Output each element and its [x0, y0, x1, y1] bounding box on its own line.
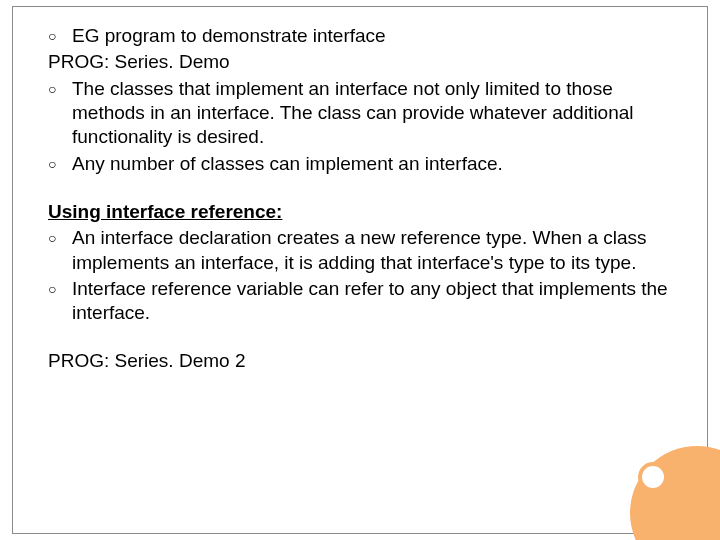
bullet-icon: ○: [48, 24, 72, 48]
bullet-icon: ○: [48, 277, 72, 301]
list-item-text: Any number of classes can implement an i…: [72, 152, 672, 176]
list-item: ○ The classes that implement an interfac…: [48, 77, 672, 150]
list-item: ○ Any number of classes can implement an…: [48, 152, 672, 176]
bullet-icon: ○: [48, 152, 72, 176]
slide: ○ EG program to demonstrate interface PR…: [0, 0, 720, 540]
slide-content: ○ EG program to demonstrate interface PR…: [48, 24, 672, 376]
bullet-icon: ○: [48, 226, 72, 250]
list-item-text: An interface declaration creates a new r…: [72, 226, 672, 275]
list-item: ○ An interface declaration creates a new…: [48, 226, 672, 275]
list-item-text: Interface reference variable can refer t…: [72, 277, 672, 326]
list-item-text: EG program to demonstrate interface: [72, 24, 672, 48]
program-label: PROG: Series. Demo 2: [48, 349, 672, 373]
spacer: [48, 178, 672, 200]
program-label: PROG: Series. Demo: [48, 50, 672, 74]
spacer: [48, 327, 672, 349]
list-item: ○ EG program to demonstrate interface: [48, 24, 672, 48]
bullet-icon: ○: [48, 77, 72, 101]
section-heading: Using interface reference:: [48, 200, 672, 224]
decoration-circle-small: [638, 462, 668, 492]
list-item: ○ Interface reference variable can refer…: [48, 277, 672, 326]
list-item-text: The classes that implement an interface …: [72, 77, 672, 150]
